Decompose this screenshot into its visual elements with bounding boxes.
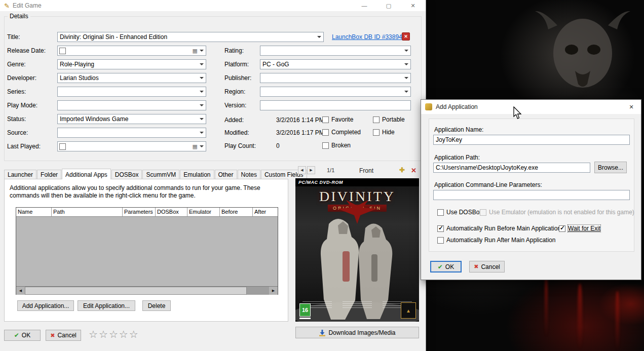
dropdown-arrow-icon[interactable] xyxy=(402,73,410,83)
favorite-checkbox[interactable] xyxy=(322,116,329,123)
last-played-picker[interactable]: ▦ xyxy=(57,141,206,151)
play-mode-combo[interactable] xyxy=(57,100,206,110)
use-dosbox-checkbox[interactable] xyxy=(437,209,444,216)
dropdown-arrow-icon[interactable] xyxy=(198,101,206,110)
star-icon[interactable]: ☆ xyxy=(129,328,138,340)
column-header-dosbox[interactable]: DOSBox xyxy=(156,208,187,216)
dialog-close-button[interactable]: ✕ xyxy=(625,102,638,112)
column-header-path[interactable]: Path xyxy=(52,208,123,216)
next-image-button[interactable]: ▶ xyxy=(307,166,315,174)
apps-table-hscrollbar[interactable]: ◀ ▶ xyxy=(16,286,278,295)
dialog-ok-button[interactable]: ✔ OK xyxy=(430,261,462,272)
launchbox-db-link[interactable]: LaunchBox DB ID #33894 xyxy=(332,33,402,41)
application-name-input[interactable] xyxy=(433,135,630,145)
tab-folder[interactable]: Folder xyxy=(37,170,61,179)
use-dosbox-row: Use DOSBox xyxy=(437,209,482,216)
column-header-before[interactable]: Before xyxy=(220,208,253,216)
previous-image-button[interactable]: ◀ xyxy=(298,166,306,174)
broken-checkbox[interactable] xyxy=(322,142,329,149)
portable-checkbox[interactable] xyxy=(373,116,380,123)
run-after-checkbox[interactable] xyxy=(437,237,444,244)
calendar-icon[interactable]: ▦ xyxy=(193,143,198,150)
dropdown-arrow-icon[interactable] xyxy=(198,73,206,83)
dropdown-arrow-icon[interactable] xyxy=(198,142,206,151)
dialog-cancel-button[interactable]: ✖ Cancel xyxy=(469,261,505,272)
star-icon[interactable]: ☆ xyxy=(109,328,118,340)
source-combo[interactable] xyxy=(57,128,206,138)
download-images-button[interactable]: Download Images/Media xyxy=(295,327,419,338)
tab-launcher[interactable]: Launcher xyxy=(4,170,36,179)
star-icon[interactable]: ☆ xyxy=(99,328,108,340)
use-emulator-row: Use Emulator (emulation is not enabled f… xyxy=(480,209,634,216)
version-input[interactable] xyxy=(260,100,411,110)
blood-streak-decor xyxy=(616,291,619,351)
run-before-row: Automatically Run Before Main Applicatio… xyxy=(437,225,561,232)
calendar-icon[interactable]: ▦ xyxy=(193,48,198,54)
wait-for-exit-checkbox[interactable] xyxy=(559,225,565,232)
release-date-picker[interactable]: ▦ xyxy=(57,46,206,56)
add-application-title: Add Application xyxy=(436,103,478,110)
rating-combo[interactable] xyxy=(260,46,411,56)
column-header-parameters[interactable]: Parameters xyxy=(123,208,156,216)
dropdown-arrow-icon[interactable] xyxy=(198,114,206,124)
tab-scummvm[interactable]: ScummVM xyxy=(142,170,179,179)
close-button[interactable]: ✕ xyxy=(406,1,420,11)
delete-application-button[interactable]: Delete xyxy=(142,300,171,311)
add-application-button[interactable]: Add Application... xyxy=(17,300,74,311)
tab-dosbox[interactable]: DOSBox xyxy=(111,170,142,179)
dropdown-arrow-icon[interactable] xyxy=(402,87,410,96)
region-combo[interactable] xyxy=(260,87,411,97)
dropdown-arrow-icon[interactable] xyxy=(198,46,206,55)
tab-notes[interactable]: Notes xyxy=(238,170,260,179)
ok-button[interactable]: ✔ OK xyxy=(4,330,41,341)
scroll-left-icon[interactable]: ◀ xyxy=(16,287,25,295)
genre-combo[interactable]: Role-Playing xyxy=(57,59,206,69)
column-header-name[interactable]: Name xyxy=(16,208,52,216)
star-rating-control: ☆ ☆ ☆ ☆ ☆ xyxy=(89,328,138,340)
series-combo[interactable] xyxy=(57,87,206,97)
column-header-emulator[interactable]: Emulator xyxy=(187,208,220,216)
cancel-button[interactable]: ✖ Cancel xyxy=(46,330,81,341)
dialog-app-icon xyxy=(425,103,432,110)
column-header-after[interactable]: After xyxy=(253,208,278,216)
tab-emulation[interactable]: Emulation xyxy=(180,170,214,179)
portable-checkbox-row: Portable xyxy=(373,116,405,123)
platform-combo[interactable]: PC - GoG xyxy=(260,59,411,69)
tab-additional-apps[interactable]: Additional Apps xyxy=(62,169,111,179)
scrollbar-thumb[interactable] xyxy=(25,287,247,295)
dropdown-arrow-icon[interactable] xyxy=(402,60,410,69)
status-label: Status: xyxy=(7,115,26,123)
release-date-checkbox[interactable] xyxy=(59,48,66,54)
added-value: 3/2/2016 1:14 PM xyxy=(276,116,324,124)
last-played-checkbox[interactable] xyxy=(59,143,66,150)
scrollbar-track[interactable] xyxy=(247,287,269,295)
completed-checkbox[interactable] xyxy=(322,129,329,136)
maximize-button[interactable]: ▢ xyxy=(382,1,395,11)
command-line-params-input[interactable] xyxy=(433,190,630,200)
add-image-icon[interactable]: ✚ xyxy=(399,166,405,174)
remove-image-icon[interactable]: ✕ xyxy=(411,167,416,174)
dropdown-arrow-icon[interactable] xyxy=(402,46,410,55)
browse-button[interactable]: Browse... xyxy=(594,162,627,173)
image-type-selector[interactable]: Front xyxy=(359,167,373,174)
remove-db-id-button[interactable]: ✕ xyxy=(402,32,410,41)
add-application-form: Application Name: Application Path: Brow… xyxy=(429,119,634,252)
status-combo[interactable]: Imported Windows Game xyxy=(57,114,206,124)
tab-other[interactable]: Other xyxy=(215,170,237,179)
dropdown-arrow-icon[interactable] xyxy=(315,32,323,42)
hide-checkbox[interactable] xyxy=(373,129,380,136)
developer-combo[interactable]: Larian Studios xyxy=(57,73,206,83)
application-path-input[interactable] xyxy=(433,163,590,173)
dropdown-arrow-icon[interactable] xyxy=(198,60,206,69)
title-combo[interactable]: Divinity: Original Sin - Enhanced Editio… xyxy=(57,32,324,42)
star-icon[interactable]: ☆ xyxy=(119,328,128,340)
run-before-checkbox[interactable] xyxy=(437,225,444,232)
wait-for-exit-row: Wait for Exit xyxy=(559,225,600,232)
dropdown-arrow-icon[interactable] xyxy=(198,128,206,137)
minimize-button[interactable]: — xyxy=(358,1,371,11)
edit-application-button[interactable]: Edit Application... xyxy=(78,300,135,311)
publisher-combo[interactable] xyxy=(260,73,411,83)
star-icon[interactable]: ☆ xyxy=(89,328,98,340)
dropdown-arrow-icon[interactable] xyxy=(198,87,206,96)
scroll-right-icon[interactable]: ▶ xyxy=(269,287,278,295)
